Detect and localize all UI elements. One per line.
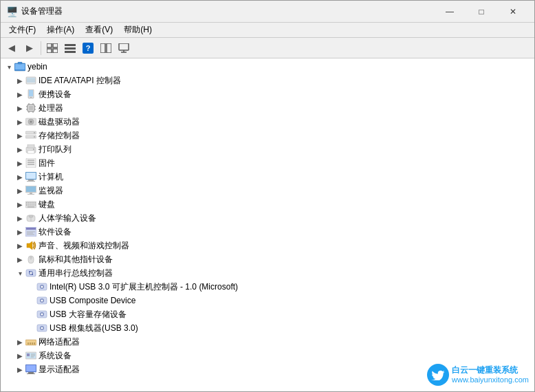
menu-action[interactable]: 操作(A) — [41, 23, 80, 37]
svg-rect-16 — [18, 62, 22, 64]
ide-label: IDE ATA/ATAPI 控制器 — [39, 75, 121, 87]
svg-rect-44 — [28, 151, 34, 153]
processor-icon — [25, 102, 36, 113]
sound-expander[interactable]: ▶ — [14, 240, 25, 251]
menu-view[interactable]: 查看(V) — [80, 23, 118, 37]
system-expander[interactable]: ▶ — [14, 350, 25, 361]
svg-rect-4 — [65, 44, 76, 46]
svg-point-37 — [30, 121, 32, 123]
tree-item-portable[interactable]: ▶ 便携设备 — [1, 87, 534, 101]
tree-item-disk[interactable]: ▶ 磁盘驱动器 — [1, 115, 534, 129]
root-expander[interactable]: ▾ — [3, 61, 14, 72]
computer-icon — [25, 171, 36, 182]
portable-icon — [25, 89, 36, 100]
svg-rect-102 — [30, 342, 31, 345]
computer-expander[interactable]: ▶ — [14, 171, 25, 182]
svg-rect-63 — [34, 202, 36, 204]
back-button[interactable]: ◀ — [3, 40, 20, 56]
toolbar: ◀ ▶ ? — [1, 38, 534, 58]
ide-icon — [25, 75, 36, 86]
processor-expander[interactable]: ▶ — [14, 102, 25, 113]
ide-expander[interactable]: ▶ — [14, 75, 25, 86]
minimize-button[interactable]: — — [434, 1, 466, 23]
printer-label: 打印队列 — [39, 144, 72, 155]
svg-rect-114 — [27, 373, 35, 374]
close-button[interactable]: ✕ — [497, 1, 529, 23]
monitor-label: 监视器 — [39, 185, 63, 197]
tree-item-printer[interactable]: ▶ 打印队列 — [1, 142, 534, 156]
disk-expander[interactable]: ▶ — [14, 116, 25, 127]
tree-item-firmware[interactable]: ▶ 固件 — [1, 156, 534, 170]
svg-point-40 — [34, 132, 35, 133]
storage-icon — [25, 130, 36, 141]
svg-rect-69 — [28, 206, 34, 208]
svg-rect-101 — [28, 342, 29, 345]
device-tree[interactable]: ▾ yebin ▶ — [1, 58, 534, 391]
svg-rect-52 — [28, 179, 34, 181]
system-label: 系统设备 — [39, 350, 72, 362]
tree-root[interactable]: ▾ yebin — [1, 60, 534, 74]
svg-point-98 — [41, 327, 43, 329]
usb-mass-icon — [36, 309, 47, 320]
tree-item-processor[interactable]: ▶ 处理器 — [1, 101, 534, 115]
tree-item-hid[interactable]: ▶ 人体学输入设备 — [1, 211, 534, 225]
forward-button[interactable]: ▶ — [21, 40, 38, 56]
usb-hub-icon — [36, 323, 47, 334]
tree-item-keyboard[interactable]: ▶ — [1, 197, 534, 211]
tree-item-intel-usb[interactable]: ▶ Intel(R) USB 3.0 可扩展主机控制器 - 1.0 (Micro… — [1, 280, 534, 294]
menu-file[interactable]: 文件(F) — [3, 23, 41, 37]
tree-item-storage[interactable]: ▶ 存储控制器 — [1, 129, 534, 142]
intel-usb-icon — [36, 281, 47, 292]
tree-item-usb-composite[interactable]: ▶ USB Composite Device — [1, 294, 534, 307]
tree-item-mouse[interactable]: ▶ 鼠标和其他指针设备 — [1, 252, 534, 266]
tree-item-usb-hub[interactable]: ▶ USB 根集线器(USB 3.0) — [1, 321, 534, 335]
printer-expander[interactable]: ▶ — [14, 144, 25, 155]
grid-icon — [47, 43, 58, 53]
tree-item-computer[interactable]: ▶ 计算机 — [1, 170, 534, 184]
portable-expander[interactable]: ▶ — [14, 89, 25, 100]
mouse-expander[interactable]: ▶ — [14, 254, 25, 265]
view3-button[interactable] — [98, 40, 114, 56]
firmware-icon — [25, 157, 36, 168]
display-expander[interactable]: ▶ — [14, 364, 25, 375]
root-icon — [14, 61, 25, 72]
menu-help[interactable]: 帮助(H) — [118, 23, 157, 37]
usb-expander[interactable]: ▾ — [14, 268, 25, 279]
svg-rect-65 — [28, 204, 30, 206]
tree-item-sound[interactable]: ▶ 声音、视频和游戏控制器 — [1, 239, 534, 252]
sound-label: 声音、视频和游戏控制器 — [39, 240, 129, 252]
maximize-button[interactable]: □ — [466, 1, 497, 23]
tree-item-usb-mass[interactable]: ▶ USB 大容量存储设备 — [1, 307, 534, 321]
svg-rect-86 — [32, 274, 33, 275]
svg-rect-72 — [29, 215, 33, 217]
storage-expander[interactable]: ▶ — [14, 130, 25, 141]
tree-item-software[interactable]: ▶ 软件设备 — [1, 225, 534, 239]
keyboard-expander[interactable]: ▶ — [14, 199, 25, 210]
software-expander[interactable]: ▶ — [14, 226, 25, 237]
display-icon — [25, 364, 36, 375]
computer-button[interactable] — [116, 40, 132, 56]
sound-icon — [25, 240, 36, 251]
root-label: yebin — [28, 62, 47, 72]
svg-point-89 — [41, 286, 43, 288]
tree-item-network[interactable]: ▶ 网络适配器 — [1, 335, 534, 349]
watermark-line1: 白云一键重装系统 — [452, 365, 529, 375]
usb-mass-label: USB 大容量存储设备 — [50, 309, 127, 320]
portable-label: 便携设备 — [39, 89, 72, 100]
help-button[interactable]: ? — [80, 40, 96, 56]
hid-expander[interactable]: ▶ — [14, 213, 25, 224]
tree-item-monitor[interactable]: ▶ 监视器 — [1, 184, 534, 197]
processor-label: 处理器 — [39, 102, 63, 114]
network-expander[interactable]: ▶ — [14, 336, 25, 347]
monitor-expander[interactable]: ▶ — [14, 185, 25, 196]
firmware-expander[interactable]: ▶ — [14, 157, 25, 168]
view2-button[interactable] — [62, 40, 78, 56]
network-label: 网络适配器 — [39, 336, 80, 348]
tree-item-ide[interactable]: ▶ IDE ATA/ATAPI 控制器 — [1, 74, 534, 87]
svg-rect-51 — [26, 173, 36, 179]
svg-text:?: ? — [86, 44, 91, 52]
view1-button[interactable] — [44, 40, 61, 56]
svg-rect-6 — [65, 51, 76, 53]
tree-item-system[interactable]: ▶ 系统设备 — [1, 349, 534, 362]
tree-item-usb[interactable]: ▾ 通用串行总线控制器 — [1, 266, 534, 280]
